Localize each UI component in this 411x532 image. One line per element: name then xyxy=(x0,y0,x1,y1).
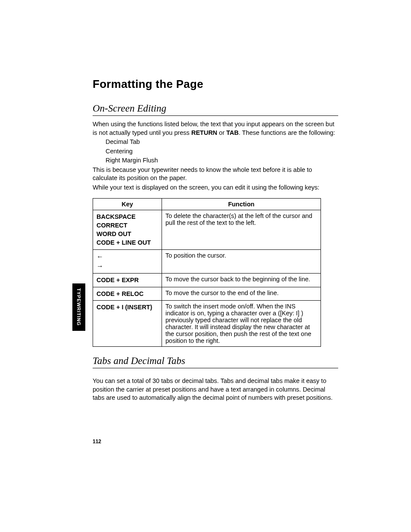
intro-paragraph: When using the functions listed below, t… xyxy=(93,120,338,137)
section-heading-editing: On-Screen Editing xyxy=(93,103,338,116)
key-cell: BACKSPACE CORRECT WORD OUT CODE + LINE O… xyxy=(93,210,162,249)
function-cell: To switch the insert mode on/off. When t… xyxy=(162,301,321,347)
left-arrow-icon: ← xyxy=(97,252,158,261)
page-number: 112 xyxy=(93,439,101,445)
text: . These functions are the following: xyxy=(239,129,335,136)
col-key: Key xyxy=(93,198,162,210)
function-cell: To position the cursor. xyxy=(162,249,321,274)
list-item: Right Margin Flush xyxy=(106,156,338,165)
key-return: RETURN xyxy=(191,129,217,136)
side-tab: TYPEWRITING xyxy=(72,283,85,331)
table-row: CODE + EXPR To move the cursor back to t… xyxy=(93,274,321,287)
table-row: BACKSPACE CORRECT WORD OUT CODE + LINE O… xyxy=(93,210,321,249)
function-cell: To move the cursor back to the beginning… xyxy=(162,274,321,287)
function-cell: To delete the character(s) at the left o… xyxy=(162,210,321,249)
key-label: WORD OUT xyxy=(97,230,158,238)
page-content: Formatting the Page On-Screen Editing Wh… xyxy=(93,78,338,403)
paragraph: While your text is displayed on the scre… xyxy=(93,184,338,192)
key-cell: ← → xyxy=(93,249,162,274)
section-heading-tabs: Tabs and Decimal Tabs xyxy=(93,355,338,368)
side-tab-label: TYPEWRITING xyxy=(76,288,81,326)
page-title: Formatting the Page xyxy=(93,78,338,91)
keys-table: Key Function BACKSPACE CORRECT WORD OUT … xyxy=(93,198,321,347)
key-label: CODE + RELOC xyxy=(97,289,158,298)
key-label: CODE + EXPR xyxy=(97,276,158,284)
list-item: Centering xyxy=(106,147,338,156)
paragraph: This is because your typewriter needs to… xyxy=(93,166,338,183)
col-function: Function xyxy=(162,198,321,210)
key-label: CODE + LINE OUT xyxy=(97,238,158,247)
key-cell: CODE + I (INSERT) xyxy=(93,301,162,347)
table-row: CODE + RELOC To move the cursor to the e… xyxy=(93,287,321,300)
key-label: BACKSPACE xyxy=(97,212,158,221)
list-item: Decimal Tab xyxy=(106,138,338,146)
key-cell: CODE + EXPR xyxy=(93,274,162,287)
key-label: CODE + I (INSERT) xyxy=(97,303,158,311)
key-label: CORRECT xyxy=(97,221,158,230)
key-cell: CODE + RELOC xyxy=(93,287,162,300)
key-tab: TAB xyxy=(226,129,239,136)
table-row: CODE + I (INSERT) To switch the insert m… xyxy=(93,301,321,347)
table-row: ← → To position the cursor. xyxy=(93,249,321,274)
function-cell: To move the cursor to the end of the lin… xyxy=(162,287,321,300)
table-header-row: Key Function xyxy=(93,198,321,210)
text: or xyxy=(217,129,226,136)
right-arrow-icon: → xyxy=(97,261,158,271)
paragraph: You can set a total of 30 tabs or decima… xyxy=(93,377,338,402)
